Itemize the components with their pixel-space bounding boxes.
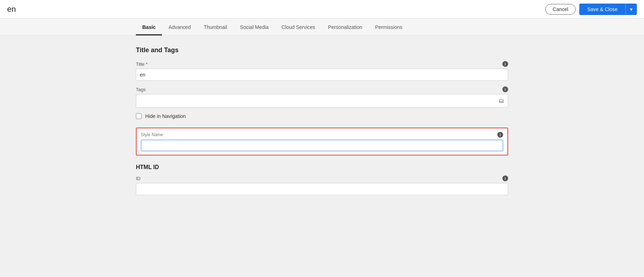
section-title: Title and Tags (136, 46, 508, 54)
style-name-label: Style Name (141, 132, 163, 137)
title-input[interactable] (136, 69, 508, 81)
header-actions: Cancel Save & Close (545, 4, 637, 15)
tab-cloud-services[interactable]: Cloud Services (275, 19, 321, 35)
folder-icon: 🗂 (498, 98, 504, 104)
tags-wrapper: 🗂 (136, 94, 508, 108)
tab-thumbnail[interactable]: Thumbnail (197, 19, 233, 35)
title-field-group: Title * i (136, 61, 508, 81)
save-close-button[interactable]: Save & Close (579, 4, 625, 15)
header: en Cancel Save & Close (0, 0, 644, 19)
id-info-icon[interactable]: i (502, 175, 508, 181)
id-input[interactable] (136, 183, 508, 195)
hide-nav-label[interactable]: Hide in Navigation (145, 113, 186, 119)
style-name-label-row: Style Name i (141, 132, 503, 138)
hide-nav-checkbox[interactable] (136, 113, 142, 119)
page-title: en (7, 5, 16, 14)
html-id-section-title: HTML ID (136, 164, 508, 170)
title-info-icon[interactable]: i (502, 61, 508, 67)
tags-label: Tags (136, 87, 146, 92)
id-field-group: ID i (136, 175, 508, 195)
tab-permissions[interactable]: Permissions (369, 19, 409, 35)
id-label: ID (136, 176, 141, 181)
tags-field-group: Tags i 🗂 (136, 86, 508, 108)
tab-advanced[interactable]: Advanced (162, 19, 197, 35)
tab-personalization[interactable]: Personalization (321, 19, 369, 35)
hide-nav-row: Hide in Navigation (136, 113, 508, 119)
tab-social-media[interactable]: Social Media (233, 19, 275, 35)
tags-browse-button[interactable]: 🗂 (495, 94, 508, 108)
style-name-input[interactable] (141, 140, 503, 151)
save-dropdown-button[interactable] (625, 4, 637, 15)
tags-input[interactable] (136, 94, 495, 108)
tags-label-row: Tags i (136, 86, 508, 92)
tabs-bar: Basic Advanced Thumbnail Social Media Cl… (0, 19, 644, 36)
tags-info-icon[interactable]: i (502, 86, 508, 92)
title-label: Title * (136, 61, 148, 67)
cancel-button[interactable]: Cancel (545, 4, 576, 15)
style-name-box: Style Name i (136, 128, 508, 155)
tab-basic[interactable]: Basic (136, 19, 162, 35)
save-close-group: Save & Close (579, 4, 637, 15)
style-name-info-icon[interactable]: i (497, 132, 503, 138)
title-label-row: Title * i (136, 61, 508, 67)
main-content: Title and Tags Title * i Tags i 🗂 Hide i… (0, 36, 644, 276)
id-label-row: ID i (136, 175, 508, 181)
